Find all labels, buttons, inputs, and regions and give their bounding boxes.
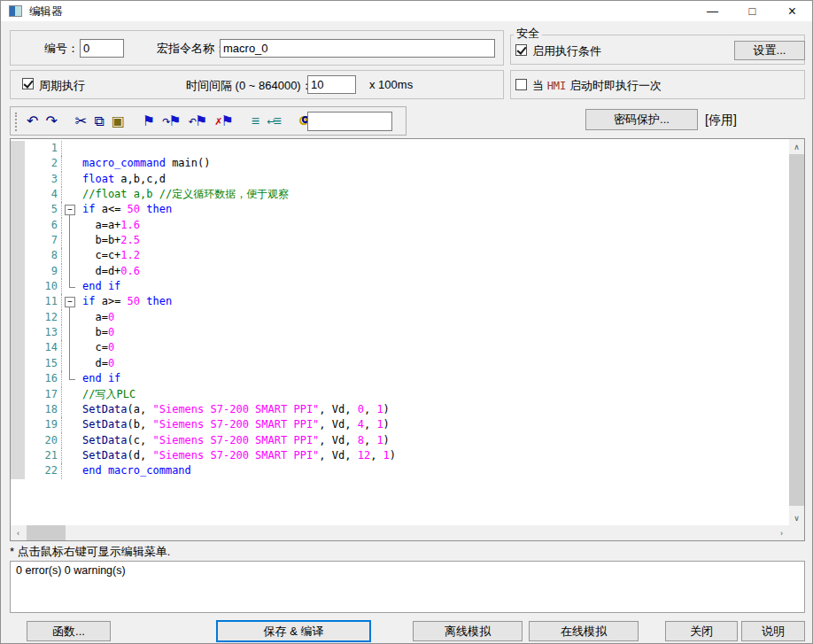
- scroll-down-arrow[interactable]: ∨: [789, 510, 804, 525]
- periodic-checkbox[interactable]: [22, 78, 34, 89]
- window-controls: — □ ×: [693, 1, 812, 21]
- help-button[interactable]: 说明: [741, 621, 805, 641]
- bookmark-clear-icon[interactable]: ✗⚑: [211, 111, 237, 132]
- maximize-button[interactable]: □: [732, 1, 772, 21]
- code-line[interactable]: 7 b=b+2.5: [11, 233, 788, 248]
- bookmark-margin: [11, 371, 25, 386]
- bookmark-toggle-icon[interactable]: ⚑: [139, 111, 159, 132]
- code-line[interactable]: 12 a=0: [11, 310, 788, 325]
- code-line[interactable]: 22end macro_command: [11, 463, 788, 478]
- interval-label: 时间间隔 (0 ~ 864000)：: [186, 78, 313, 94]
- code-text: end if: [82, 279, 120, 294]
- code-line[interactable]: 10end if: [11, 279, 788, 294]
- horizontal-scroll-thumb[interactable]: [27, 525, 66, 540]
- code-text: SetData(a, "Siemens S7-200 SMART PPI", V…: [82, 402, 390, 417]
- line-number: 12: [25, 310, 62, 325]
- close-button[interactable]: 关闭: [665, 621, 738, 641]
- code-line[interactable]: 19SetData(b, "Siemens S7-200 SMART PPI",…: [11, 417, 788, 432]
- code-text: SetData(c, "Siemens S7-200 SMART PPI", V…: [82, 433, 390, 448]
- horizontal-scrollbar[interactable]: ‹ ›: [11, 525, 789, 540]
- scroll-right-arrow[interactable]: ›: [774, 525, 789, 540]
- outdent-lines-icon[interactable]: ↩≡: [263, 111, 285, 132]
- fold-margin: [62, 402, 82, 417]
- paste-icon[interactable]: ▣: [108, 111, 128, 132]
- copy-icon[interactable]: ⧉: [90, 111, 107, 132]
- undo-icon[interactable]: ↶: [23, 111, 42, 132]
- close-window-button[interactable]: ×: [772, 1, 812, 21]
- toolbar-gripper[interactable]: [15, 113, 17, 131]
- indent-lines-icon[interactable]: ≡: [248, 111, 263, 132]
- right-click-hint: * 点击鼠标右键可显示编辑菜单.: [10, 544, 170, 560]
- code-editor[interactable]: 12macro_command main()3float a,b,c,d4//f…: [11, 141, 788, 524]
- startup-once-checkbox[interactable]: [515, 79, 527, 90]
- scrollbar-corner: [789, 525, 804, 540]
- bookmark-margin: [11, 248, 25, 263]
- minimize-button[interactable]: —: [693, 1, 732, 21]
- code-text: a=0: [82, 310, 114, 325]
- security-group: 启用执行条件 设置...: [510, 35, 805, 65]
- vertical-scrollbar[interactable]: ∧ ∨: [789, 139, 804, 525]
- password-status-badge: [停用]: [705, 113, 737, 128]
- line-number: 9: [25, 264, 62, 279]
- macro-name-input[interactable]: [220, 39, 495, 58]
- bookmark-margin: [11, 356, 25, 371]
- code-line[interactable]: 17//写入PLC: [11, 387, 788, 402]
- code-line[interactable]: 16end if: [11, 371, 788, 386]
- line-number: 5: [25, 202, 62, 217]
- macro-id-label: 编号：: [44, 41, 79, 57]
- code-line[interactable]: 1: [11, 141, 788, 156]
- vertical-scroll-thumb[interactable]: [789, 154, 804, 506]
- save-compile-button[interactable]: 保存 & 编译: [216, 620, 371, 642]
- function-button[interactable]: 函数...: [27, 621, 111, 641]
- fold-toggle[interactable]: [62, 294, 82, 309]
- enable-condition-checkbox[interactable]: [515, 44, 527, 56]
- code-line[interactable]: 15 d=0: [11, 356, 788, 371]
- line-number: 21: [25, 448, 62, 463]
- fold-toggle[interactable]: [62, 202, 82, 217]
- search-input[interactable]: [307, 112, 392, 131]
- code-line[interactable]: 18SetData(a, "Siemens S7-200 SMART PPI",…: [11, 402, 788, 417]
- fold-margin: [62, 218, 82, 233]
- interval-input[interactable]: [307, 75, 356, 94]
- line-number: 8: [25, 248, 62, 263]
- code-text: c=c+1.2: [82, 248, 140, 263]
- fold-margin: [62, 417, 82, 432]
- bookmark-prev-icon[interactable]: ↶⚑: [185, 111, 212, 132]
- code-line[interactable]: 6 a=a+1.6: [11, 218, 788, 233]
- window-title: 编辑器: [29, 4, 63, 19]
- code-line[interactable]: 8 c=c+1.2: [11, 248, 788, 263]
- code-line[interactable]: 11if a>= 50 then: [11, 294, 788, 309]
- code-line[interactable]: 14 c=0: [11, 340, 788, 355]
- fold-margin: [62, 433, 82, 448]
- bookmark-next-icon[interactable]: ↷⚑: [159, 111, 185, 132]
- code-line[interactable]: 3float a,b,c,d: [11, 172, 788, 187]
- line-number: 4: [25, 187, 62, 202]
- offline-simulation-button[interactable]: 离线模拟: [413, 621, 523, 641]
- cut-icon[interactable]: ✂: [72, 111, 90, 132]
- startup-once-post: 启动时即执行一次: [566, 79, 662, 92]
- password-protect-button[interactable]: 密码保护...: [585, 109, 698, 130]
- interval-unit-label: x 100ms: [369, 78, 413, 91]
- scroll-up-arrow[interactable]: ∧: [789, 139, 804, 154]
- code-line[interactable]: 13 b=0: [11, 325, 788, 340]
- settings-button[interactable]: 设置...: [734, 41, 805, 60]
- fold-margin: [62, 187, 82, 202]
- online-simulation-button[interactable]: 在线模拟: [529, 621, 639, 641]
- code-line[interactable]: 4//float a,b //定义循环数据，便于观察: [11, 187, 788, 202]
- scroll-left-arrow[interactable]: ‹: [11, 525, 26, 540]
- line-number: 17: [25, 387, 62, 402]
- bookmark-margin: [11, 325, 25, 340]
- code-line[interactable]: 2macro_command main(): [11, 156, 788, 171]
- code-line[interactable]: 9 d=d+0.6: [11, 264, 788, 279]
- macro-id-input[interactable]: [80, 39, 124, 58]
- bookmark-margin: [11, 294, 25, 309]
- code-line[interactable]: 21SetData(d, "Siemens S7-200 SMART PPI",…: [11, 448, 788, 463]
- code-line[interactable]: 20SetData(c, "Siemens S7-200 SMART PPI",…: [11, 433, 788, 448]
- startup-group: 当 HMI 启动时即执行一次: [510, 70, 805, 99]
- fold-margin: [62, 387, 82, 402]
- redo-icon[interactable]: ↷: [42, 111, 60, 132]
- fold-margin: [62, 264, 82, 279]
- code-text: end macro_command: [82, 463, 191, 478]
- code-line[interactable]: 5if a<= 50 then: [11, 202, 788, 217]
- line-number: 16: [25, 371, 62, 386]
